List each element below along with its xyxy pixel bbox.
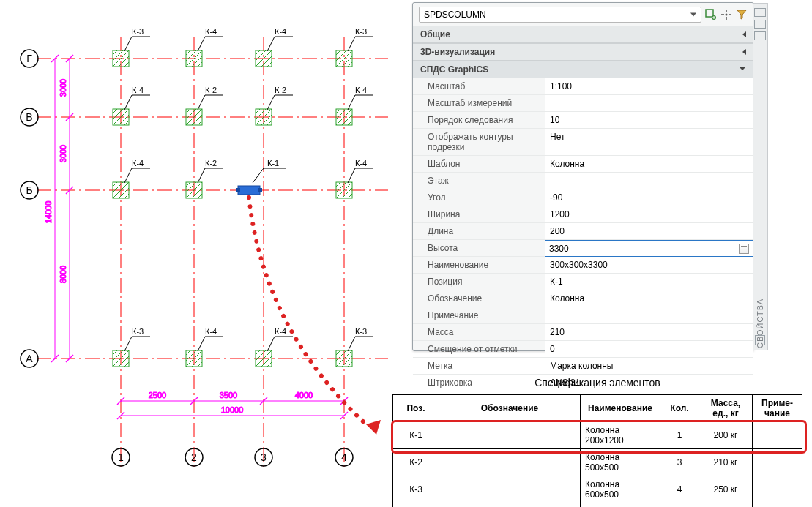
axis-row-v: В (26, 111, 32, 123)
prop-label: Наименование (413, 257, 545, 274)
prop-label: Масштаб (413, 78, 545, 95)
axis-col-2: 2 (191, 451, 197, 463)
spec-header: Приме- чание (753, 395, 802, 422)
prop-label: Высота (413, 240, 545, 257)
axis-col-4: 4 (341, 451, 347, 463)
prop-value[interactable]: Колонна (545, 156, 753, 173)
svg-text:К-4: К-4 (132, 86, 144, 94)
section-general[interactable]: Общие (413, 26, 753, 43)
svg-text:4000: 4000 (295, 391, 313, 399)
svg-text:3500: 3500 (220, 391, 237, 399)
axis-row-b: Б (26, 184, 32, 196)
svg-text:2500: 2500 (149, 391, 166, 399)
spec-header: Кол. (660, 395, 699, 422)
svg-text:К-2: К-2 (205, 159, 217, 168)
prop-value[interactable]: 1:100 (545, 78, 753, 95)
prop-value[interactable]: 200 (545, 223, 753, 240)
properties-palette: СВОЙСТВА SPDSCOLUMN Общие 3D-визуализаци… (412, 2, 754, 351)
prop-label: Ширина (413, 206, 545, 223)
prop-label: Смещение от отметки (413, 341, 545, 358)
prop-value[interactable]: 10 (545, 112, 753, 129)
svg-text:К-4: К-4 (132, 159, 144, 168)
svg-text:К-4: К-4 (275, 327, 286, 336)
axis-col-3: 3 (261, 451, 267, 463)
prop-value[interactable]: 300x300x3300 (545, 257, 753, 274)
prop-value[interactable]: 210 (545, 324, 753, 341)
prop-label: Обозначение (413, 290, 545, 307)
prop-label: Отображать контуры подрезки (413, 129, 545, 156)
prop-label: Масштаб измерений (413, 95, 545, 112)
prop-value[interactable]: Марка колонны (545, 358, 753, 375)
section-3dvis[interactable]: 3D-визуализация (413, 43, 753, 61)
prop-label: Длина (413, 223, 545, 240)
spec-header: Масса, ед., кг (699, 395, 753, 422)
svg-text:К-4: К-4 (205, 327, 217, 336)
spec-row[interactable]: К-4Колонна 900x7008520 кг (393, 503, 802, 508)
svg-text:К-2: К-2 (205, 86, 217, 94)
spec-row[interactable]: К-2Колонна 500x5003210 кг (393, 449, 802, 476)
palette-sidebar[interactable]: СВОЙСТВА (753, 3, 768, 350)
prop-value[interactable] (545, 307, 753, 324)
axis-row-g: Г (26, 53, 32, 64)
spec-table: Поз.ОбозначениеНаименованиеКол.Масса, ед… (392, 394, 802, 507)
prop-value[interactable]: К-1 (545, 274, 753, 290)
pick-icon[interactable] (720, 9, 732, 20)
svg-text:К-3: К-3 (132, 327, 144, 336)
svg-rect-57 (706, 10, 713, 17)
svg-text:8000: 8000 (59, 266, 67, 283)
spec-title: Спецификация элементов (392, 377, 802, 388)
prop-label: Порядок следования (413, 112, 545, 129)
prop-value[interactable]: 1200 (545, 206, 753, 223)
spec-header: Наименование (581, 395, 660, 422)
prop-value[interactable]: Нет (545, 129, 753, 156)
prop-label: Шаблон (413, 156, 545, 173)
prop-value[interactable]: 3300 (545, 240, 753, 257)
spec-row[interactable]: К-3Колонна 600x5004250 кг (393, 476, 802, 503)
svg-text:14000: 14000 (44, 201, 53, 224)
object-type-value: SPDSCOLUMN (424, 10, 486, 20)
svg-point-59 (726, 14, 728, 16)
svg-text:3000: 3000 (59, 79, 67, 97)
prop-label: Масса (413, 324, 545, 341)
prop-value[interactable] (545, 173, 753, 189)
cad-plan: Г В Б А 1 2 3 4 3000 3000 8000 14000 250… (0, 0, 403, 497)
prop-value[interactable]: 0 (545, 341, 753, 358)
quick-select-icon[interactable] (705, 9, 717, 20)
svg-text:К-4: К-4 (205, 27, 217, 36)
axis-col-1: 1 (118, 451, 124, 463)
svg-text:К-4: К-4 (355, 159, 367, 168)
svg-text:К-3: К-3 (132, 27, 144, 36)
svg-text:К-3: К-3 (355, 327, 367, 336)
svg-text:К-1: К-1 (267, 159, 279, 168)
prop-label: Угол (413, 189, 545, 206)
prop-value[interactable]: -90 (545, 189, 753, 206)
spec-header: Поз. (393, 395, 439, 422)
selected-column[interactable] (236, 186, 262, 195)
calculator-icon[interactable] (739, 244, 749, 254)
property-grid: Масштаб1:100Масштаб измеренийПорядок сле… (413, 78, 753, 391)
svg-text:10000: 10000 (221, 405, 244, 414)
prop-label: Этаж (413, 173, 545, 189)
svg-text:К-4: К-4 (355, 86, 367, 94)
prop-label: Примечание (413, 307, 545, 324)
plan-svg: Г В Б А 1 2 3 4 3000 3000 8000 14000 250… (0, 0, 403, 497)
svg-text:К-3: К-3 (355, 27, 367, 36)
svg-text:3000: 3000 (59, 145, 67, 162)
object-type-select[interactable]: SPDSCOLUMN (419, 7, 701, 23)
svg-text:К-2: К-2 (275, 86, 286, 94)
spec-row[interactable]: К-1Колонна 200x12001200 кг (393, 422, 802, 449)
prop-label: Позиция (413, 274, 545, 290)
spec-header: Обозначение (439, 395, 581, 422)
section-spds[interactable]: СПДС GraphiCS (413, 61, 753, 78)
spec-block: Спецификация элементов Поз.ОбозначениеНа… (392, 377, 802, 507)
prop-value[interactable]: Колонна (545, 290, 753, 307)
filter-icon[interactable] (736, 9, 748, 20)
prop-label: Метка (413, 358, 545, 375)
axis-row-a: А (26, 353, 33, 364)
prop-value[interactable] (545, 95, 753, 112)
svg-text:К-4: К-4 (275, 27, 286, 36)
